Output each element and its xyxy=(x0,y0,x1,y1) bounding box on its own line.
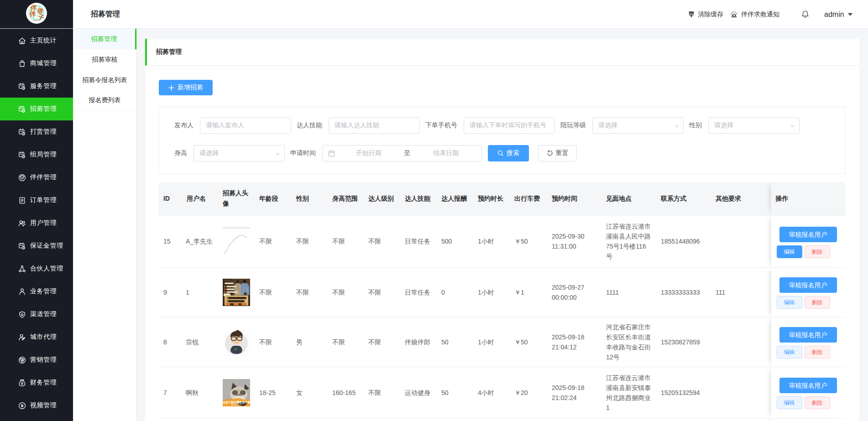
svg-text:整啥呢哈哈哈哈: 整啥呢哈哈哈哈 xyxy=(231,404,242,406)
svg-text:你这个操作 翻把老子整啥: 你这个操作 翻把老子整啥 xyxy=(223,400,250,404)
svg-text:Ban Ban: Ban Ban xyxy=(33,19,40,21)
svg-text:伴: 伴 xyxy=(29,10,36,18)
